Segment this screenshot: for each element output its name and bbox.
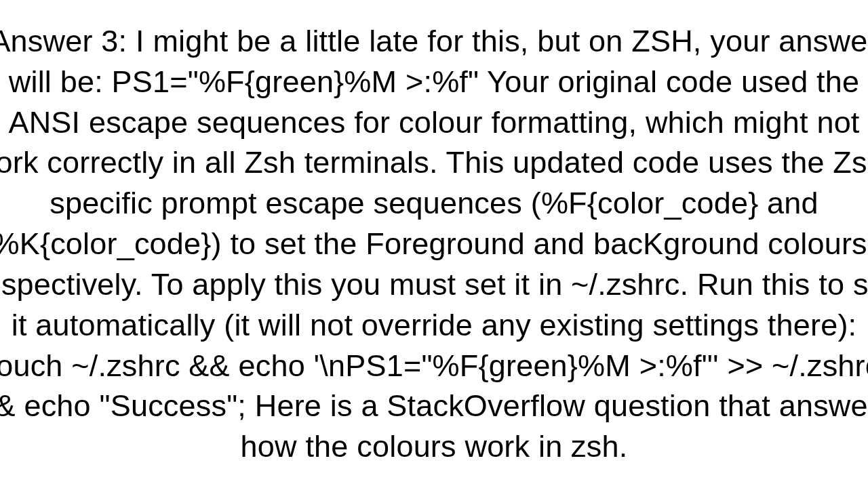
answer-text-block: Answer 3: I might be a little late for t…	[0, 21, 868, 467]
answer-text: Answer 3: I might be a little late for t…	[0, 24, 868, 464]
